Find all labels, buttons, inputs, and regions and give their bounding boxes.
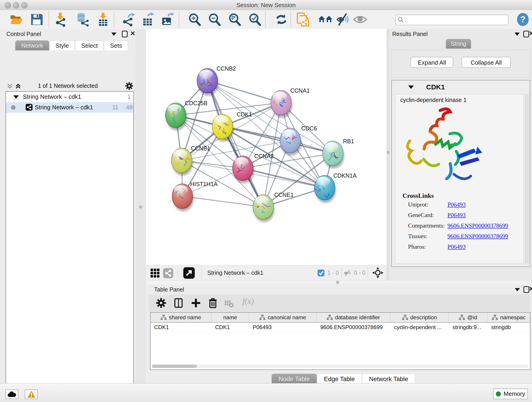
export-network-icon[interactable] [121,12,136,27]
cell-shared-name[interactable]: CDK1 [151,323,211,332]
tab-network-table[interactable]: Network Table [362,374,415,385]
svg-text:?: ? [520,15,525,24]
node-card-header[interactable]: CDK1 [392,80,530,93]
attribute-tree-icon [327,314,333,320]
cell-namespace[interactable]: stringdb [488,323,530,332]
search-input[interactable] [406,17,508,23]
uniprot-link[interactable]: P06493 [447,201,466,208]
zoom-selected-icon[interactable] [248,12,262,27]
column-header[interactable]: namespac [488,313,530,322]
scrollbar-thumb[interactable] [152,365,197,368]
results-panel-title: Results Panel [392,31,428,37]
collection-caret-icon[interactable] [13,95,19,99]
network-canvas[interactable]: CCNB2CCNA1CDC25BCDK1CDC6RB1CCNB1CCNA2CDK… [146,29,387,265]
tab-network[interactable]: Network [15,40,49,51]
hide-selected-eye-slash-icon[interactable] [336,12,351,27]
show-columns-icon[interactable] [173,298,184,308]
string-network-graph[interactable]: CCNB2CCNA1CDC25BCDK1CDC6RB1CCNB1CCNA2CDK… [146,29,387,265]
splitter-handle[interactable] [386,151,390,154]
view-toolbar-separator [341,267,341,279]
cell-database-identifier[interactable]: 9606.ENSP00000378699 [317,323,390,332]
cloud-icon [7,391,17,397]
splitter-handle[interactable] [336,281,339,284]
refresh-icon[interactable] [274,12,289,27]
cloud-button[interactable] [5,389,18,399]
tab-string[interactable]: String [446,39,471,49]
zoom-in-icon[interactable] [187,12,202,27]
table-type-tabs: Node Table Edge Table Network Table [272,374,415,385]
delete-column-icon[interactable] [208,298,218,308]
column-header[interactable]: @id [449,313,488,322]
maximize-panel-icon[interactable] [524,286,529,293]
collapse-all-button[interactable]: Collapse All [462,57,511,68]
show-all-eye-icon[interactable] [353,12,367,27]
tab-edge-table[interactable]: Edge Table [317,374,362,385]
search-field[interactable] [395,15,508,25]
import-network-file-icon[interactable] [53,12,68,27]
string-home-icon[interactable] [318,12,333,27]
import-network-database-icon[interactable] [75,12,90,27]
float-panel-icon[interactable] [515,32,520,36]
float-panel-icon[interactable] [515,288,520,291]
cell-id[interactable]: stringdb:9... [449,323,488,332]
protein-structure-image [402,106,489,189]
zoom-fit-icon[interactable] [228,12,242,27]
string-import-icon[interactable] [296,12,310,27]
tissues-link[interactable]: 9606.ENSP00000378699 [447,233,508,240]
string-view-icon[interactable] [163,268,173,278]
column-header[interactable]: description [390,313,449,322]
table-row[interactable]: CDK1 CDK1 P06493 9606.ENSP00000378699 cy… [151,323,530,332]
zoom-out-icon[interactable] [207,12,222,27]
save-session-icon[interactable] [29,12,44,27]
add-column-icon[interactable] [191,298,201,308]
cell-description[interactable]: cyclin-dependent ... [390,323,449,332]
birdseye-navigator-icon[interactable] [183,267,195,279]
cell-name[interactable]: CDK1 [211,323,249,332]
float-panel-icon[interactable] [111,32,116,36]
table-panel-header: Table Panel ✕ [146,284,532,294]
tab-node-table[interactable]: Node Table [272,374,317,385]
compartments-link[interactable]: 9606.ENSP00000378699 [447,222,508,229]
svg-text:CCNA1: CCNA1 [290,87,310,94]
collapse-card-caret-icon[interactable] [408,85,414,89]
network-collection-row[interactable]: String Network – cdk1 1 [6,92,133,102]
expand-all-button[interactable]: Expand All [411,57,453,68]
column-header[interactable]: database identifier [317,313,390,322]
tab-sets[interactable]: Sets [104,40,128,51]
column-header[interactable]: name [211,313,249,322]
tab-select[interactable]: Select [75,40,104,51]
horizontal-splitter[interactable] [146,280,532,285]
selected-checkbox-icon[interactable] [317,269,325,277]
column-header[interactable]: shared name [151,313,211,322]
maximize-panel-icon[interactable] [523,31,529,37]
import-table-icon[interactable] [96,12,110,27]
network-row-selected[interactable]: String Network – cdk1 11 48 [6,102,133,113]
left-splitter[interactable] [136,29,146,383]
close-panel-icon[interactable]: ✕ [130,31,135,36]
svg-text:RB1: RB1 [343,138,354,144]
column-header[interactable]: canonical name [249,313,317,322]
gear-icon[interactable] [156,298,166,308]
maximize-panel-icon[interactable] [122,31,128,37]
pharos-link[interactable]: P06493 [447,243,466,250]
cell-canonical-name[interactable]: P06493 [249,323,317,332]
memory-button[interactable]: Memory [493,389,528,399]
export-table-icon[interactable] [140,12,155,27]
open-session-icon[interactable] [9,12,23,27]
splitter-handle[interactable] [139,205,142,209]
gear-icon[interactable] [125,82,133,90]
close-panel-icon[interactable]: ✕ [529,286,532,292]
collection-name: String Network – cdk1 [23,93,81,100]
main-toolbar: ? [0,10,532,29]
export-image-icon[interactable] [160,12,175,27]
close-panel-icon[interactable]: ✕ [529,31,532,36]
grid-view-icon[interactable] [150,268,160,278]
help-icon[interactable]: ? [517,13,529,26]
fit-content-crosshair-icon[interactable] [372,267,383,278]
warnings-button[interactable] [25,389,38,399]
genecard-link[interactable]: P06493 [447,212,466,219]
table-horizontal-scrollbar[interactable] [152,364,528,368]
node-table[interactable]: shared name name canonical name database… [150,312,530,370]
results-scrollbar[interactable] [525,94,528,263]
tab-style[interactable]: Style [49,40,75,51]
